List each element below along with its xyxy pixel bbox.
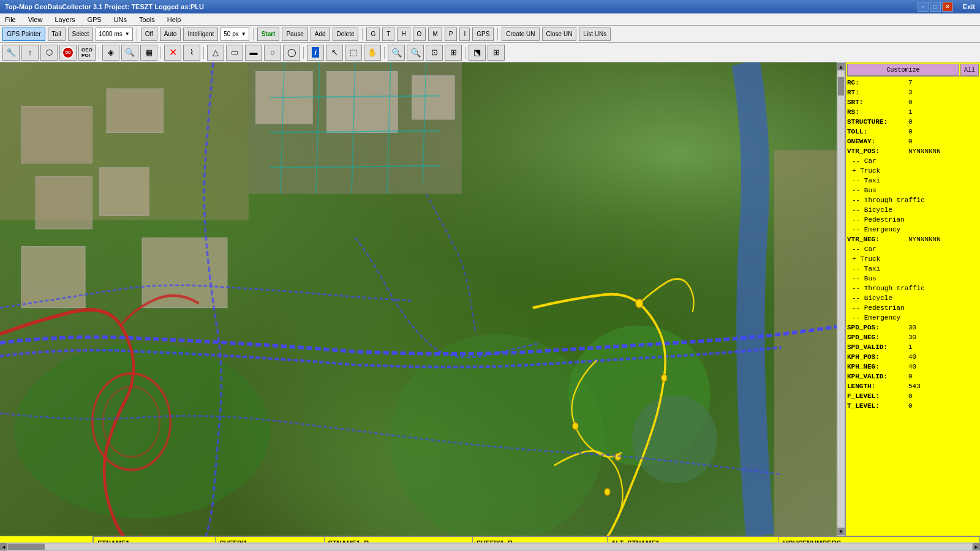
prop-kph-valid: KPH_VALID: 0: [847, 372, 979, 381]
separator3: [362, 28, 363, 40]
properties-list: RC: 7 RT: 3 SRT: 0 RS: 1 STRUCTURE: 0 TO…: [847, 78, 979, 411]
menu-uns[interactable]: UNs: [111, 16, 129, 23]
map-vscrollbar[interactable]: ▲ ▼: [837, 62, 845, 536]
prop-vtr-pos-through: -- Through traffic: [847, 195, 979, 205]
cursor-icon-button[interactable]: ↖: [326, 45, 343, 61]
tail-button[interactable]: Tail: [48, 28, 66, 41]
title-text: Top-Map GeoDataCollector 3.1 Project: TE…: [5, 3, 918, 10]
create-un-button[interactable]: Create UN: [502, 28, 539, 41]
gps-pointer-button[interactable]: GPS Pointer: [2, 28, 45, 41]
prop-structure: STRUCTURE: 0: [847, 117, 979, 127]
magnify-icon-button[interactable]: 🔍: [121, 45, 138, 61]
maximize-button[interactable]: □: [930, 2, 941, 12]
magnify-icon: 🔍: [125, 48, 135, 57]
minimize-button[interactable]: −: [918, 2, 929, 12]
h-button[interactable]: H: [397, 28, 410, 41]
zoom-in-icon: 🔍: [391, 48, 402, 58]
svg-rect-15: [774, 150, 845, 536]
off-button[interactable]: Off: [141, 28, 157, 41]
svg-point-22: [605, 489, 610, 495]
pixels-dropdown[interactable]: 50 px: [221, 28, 249, 41]
svg-point-20: [615, 453, 620, 460]
m-button[interactable]: M: [428, 28, 442, 41]
circle-icon-button[interactable]: ○: [264, 45, 281, 61]
menu-help[interactable]: Help: [165, 16, 184, 23]
tb2-sep1: [99, 47, 99, 59]
filled-rect-icon-button[interactable]: ▬: [245, 45, 262, 61]
o-button[interactable]: O: [413, 28, 426, 41]
wrench-icon-button[interactable]: 🔧: [2, 45, 20, 61]
delete-button[interactable]: Delete: [333, 28, 359, 41]
p-button[interactable]: P: [445, 28, 458, 41]
layers2-icon-button[interactable]: ▦: [140, 45, 157, 61]
hand-icon-button[interactable]: ✋: [364, 45, 381, 61]
filled-rect-icon: ▬: [250, 48, 258, 57]
menu-tools[interactable]: Tools: [137, 16, 157, 23]
select-area-icon-button[interactable]: ◈: [102, 45, 119, 61]
layers-icon-button[interactable]: ⬡: [40, 45, 58, 61]
poi-icon: GEOPOI: [81, 47, 92, 58]
prop-srt: SRT: 0: [847, 97, 979, 107]
intelligent-button[interactable]: Intelligent: [183, 28, 218, 41]
main-area: ▲ ▼ Customize All RC: 7 RT: 3 SRT: 0 RS:…: [0, 62, 980, 536]
prop-vtr-neg: VTR_NEG: NYNNNNNN: [847, 234, 979, 244]
arrow-up-icon-button[interactable]: ↑: [21, 45, 39, 61]
list-uns-button[interactable]: List UNs: [579, 28, 611, 41]
titlebar: Top-Map GeoDataCollector 3.1 Project: TE…: [0, 0, 980, 13]
gps-toolbar-button[interactable]: GPS: [472, 28, 494, 41]
speed-icon-button[interactable]: 50: [59, 45, 77, 61]
scroll-thumb[interactable]: [838, 77, 844, 96]
svg-point-14: [632, 395, 717, 483]
prop-spd-valid: SPD_VALID: 1: [847, 342, 979, 352]
select-cursor-icon-button[interactable]: ⬚: [345, 45, 362, 61]
speed-limit-icon: 50: [62, 47, 74, 59]
exit-button[interactable]: Exit: [963, 3, 975, 10]
scroll-down-button[interactable]: ▼: [837, 528, 845, 535]
road-icon-button[interactable]: ⌇: [183, 45, 200, 61]
oval-icon-button[interactable]: ◯: [283, 45, 300, 61]
delete-red-icon-button[interactable]: ✕: [164, 45, 181, 61]
pause-button[interactable]: Pause: [282, 28, 307, 41]
menu-gps[interactable]: GPS: [85, 16, 104, 23]
hand-icon: ✋: [368, 48, 377, 57]
layers2-icon: ▦: [145, 48, 153, 57]
zoom-out-icon-button[interactable]: 🔍: [407, 45, 424, 61]
map-tool1-icon-button[interactable]: ⬔: [469, 45, 486, 61]
menu-view[interactable]: View: [26, 16, 45, 23]
svg-rect-1: [249, 62, 462, 194]
rect-icon-button[interactable]: ▭: [226, 45, 243, 61]
svg-point-13: [568, 325, 710, 465]
interval-dropdown[interactable]: 1000 ms: [96, 28, 132, 41]
select-cursor-icon: ⬚: [350, 48, 357, 57]
close-button[interactable]: ✕: [942, 2, 953, 12]
panel-customize-button[interactable]: Customize: [847, 64, 959, 76]
tb2-sep4: [303, 47, 304, 59]
zoom-in-icon-button[interactable]: 🔍: [388, 45, 405, 61]
prop-kph-pos: KPH_POS: 40: [847, 352, 979, 362]
map-tool2-icon-button[interactable]: ⊞: [488, 45, 505, 61]
auto-button[interactable]: Auto: [160, 28, 181, 41]
cursor-icon: ↖: [331, 48, 338, 57]
zoom-fit-icon-button[interactable]: ⊡: [426, 45, 443, 61]
scroll-up-button[interactable]: ▲: [837, 63, 845, 70]
i-button[interactable]: I: [459, 28, 470, 41]
prop-t-level: T_LEVEL: 0: [847, 401, 979, 411]
menu-layers[interactable]: Layers: [52, 16, 77, 23]
start-button[interactable]: Start: [257, 28, 280, 41]
poi-icon-button[interactable]: GEOPOI: [78, 45, 96, 61]
svg-rect-10: [107, 89, 164, 133]
oval-icon: ◯: [287, 48, 296, 57]
svg-point-19: [662, 375, 667, 381]
add-button[interactable]: Add: [311, 28, 330, 41]
triangle-icon-button[interactable]: △: [207, 45, 224, 61]
select-button[interactable]: Select: [68, 28, 94, 41]
zoom-select-icon-button[interactable]: ⊞: [445, 45, 462, 61]
g-button[interactable]: G: [366, 28, 380, 41]
map-area[interactable]: ▲ ▼: [0, 62, 845, 536]
menu-file[interactable]: File: [2, 16, 18, 23]
t-button[interactable]: T: [382, 28, 394, 41]
info-icon-button[interactable]: i: [307, 45, 324, 61]
panel-all-button[interactable]: All: [960, 64, 979, 76]
map-tool2-icon: ⊞: [493, 48, 500, 57]
close-un-button[interactable]: Close UN: [542, 28, 577, 41]
